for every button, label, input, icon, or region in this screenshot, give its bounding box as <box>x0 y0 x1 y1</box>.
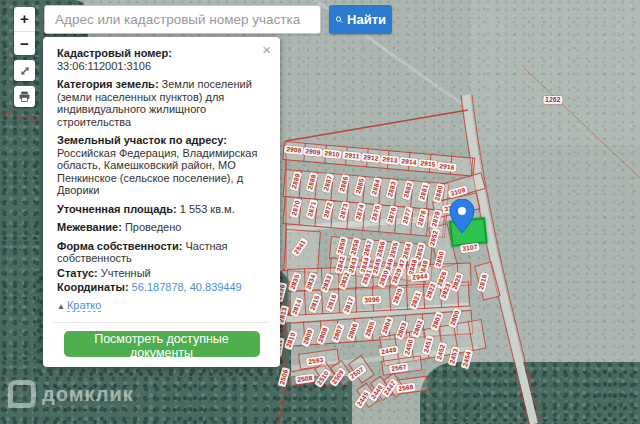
parcel-label[interactable]: 2820 <box>391 286 405 307</box>
parcel-label[interactable]: 1262 <box>543 96 562 104</box>
parcel-label[interactable]: 2914 <box>399 157 419 167</box>
parcel-label[interactable]: 2567 <box>389 363 409 374</box>
parcel-label[interactable]: 2801 <box>430 311 444 332</box>
parcel-label[interactable]: 2814 <box>290 297 304 318</box>
parcel-label[interactable]: 2874 <box>354 202 367 223</box>
parcel-label[interactable]: 2852 <box>428 228 441 249</box>
parcel-label[interactable]: 2872 <box>322 200 335 221</box>
parcel-label[interactable]: 2880 <box>433 183 446 204</box>
parcel-label[interactable]: 2450 <box>403 337 416 358</box>
parcel-label[interactable]: 2454 <box>461 349 474 370</box>
parcel-label[interactable]: 2821 <box>409 290 423 311</box>
collapse-link-label: Кратко <box>67 299 102 312</box>
search-icon <box>335 13 343 26</box>
parcel-label[interactable]: 2816 <box>325 292 339 313</box>
parcel-label[interactable]: 2510 <box>314 368 332 388</box>
parcel-label[interactable]: 2810 <box>284 330 298 351</box>
view-documents-button[interactable]: Посмотреть доступные документы <box>64 331 260 357</box>
parcel-label[interactable]: 2807 <box>331 323 345 344</box>
watermark-text: домклик <box>42 383 134 406</box>
parcel-label[interactable]: 2818 <box>477 272 490 293</box>
parcel-label[interactable]: 2449 <box>379 345 399 356</box>
parcel-label[interactable]: 2835 <box>288 272 302 293</box>
parcel-label[interactable]: 2804 <box>380 316 394 337</box>
parcel-label[interactable]: 3107 <box>460 243 480 254</box>
close-icon[interactable]: × <box>262 42 271 57</box>
parcel-label[interactable]: 2889 <box>290 171 303 192</box>
parcel-label[interactable]: 2883 <box>386 179 399 200</box>
parcel-label[interactable]: 2805 <box>363 319 377 340</box>
print-button[interactable] <box>14 86 35 107</box>
parcel-label[interactable]: 2593 <box>306 356 326 367</box>
parcel-label[interactable]: 2809 <box>301 327 315 348</box>
parcel-label[interactable]: 2916 <box>437 162 457 172</box>
parcel-label[interactable]: 2568 <box>396 383 416 394</box>
parcel-label[interactable]: 2884 <box>370 177 383 198</box>
zoom-in-button[interactable]: + <box>14 7 35 32</box>
fullscreen-button[interactable] <box>14 60 35 81</box>
parcel-label[interactable]: 2506 <box>278 367 291 388</box>
parcel-label[interactable]: 2452 <box>435 342 448 363</box>
parcel-label[interactable]: 2878 <box>416 208 429 229</box>
cadastral-map-app: 2908290929102911291229132914291529162889… <box>0 0 640 424</box>
parcel-label[interactable]: 2822 <box>424 281 438 302</box>
parcel-label[interactable]: 2885 <box>354 176 367 197</box>
parcel-label[interactable]: 2507 <box>347 364 367 382</box>
coordinates-link[interactable]: 56.187878, 40.839449 <box>129 281 242 293</box>
parcel-label[interactable]: 2815 <box>308 293 322 314</box>
parcel-label[interactable]: 2944 <box>410 272 430 282</box>
parcel-label[interactable]: 2882 <box>402 180 415 201</box>
zoom-control: + − <box>14 7 35 55</box>
panel-field: Категория земель: Земли поселений (земли… <box>57 78 266 128</box>
chevron-up-icon: ▲ <box>57 302 65 311</box>
expand-icon <box>19 65 31 77</box>
parcel-label[interactable]: 2825 <box>450 272 464 293</box>
parcel-label[interactable]: 2834 <box>304 272 318 293</box>
parcel-label[interactable]: 2451 <box>422 335 435 356</box>
parcel-label[interactable]: 2508 <box>295 374 315 385</box>
parcel-label[interactable]: 2887 <box>322 173 335 194</box>
parcel-label[interactable]: 2910 <box>322 149 342 159</box>
search-button[interactable]: Найти <box>329 5 392 34</box>
parcel-label[interactable]: 2806 <box>346 321 360 342</box>
collapse-link[interactable]: ▲Кратко <box>57 299 101 314</box>
domclick-logo-icon <box>8 380 36 408</box>
parcel-label[interactable]: 2509 <box>329 367 347 387</box>
parcel-label[interactable]: 2802 <box>411 318 425 339</box>
parcel-label[interactable]: 2453 <box>448 346 461 367</box>
parcel-label[interactable]: 2875 <box>370 203 383 224</box>
parcel-label[interactable]: 2850 <box>434 249 447 270</box>
parcel-info-panel: × Кадастровый номер: 33:06:112001:3106Ка… <box>43 37 280 367</box>
printer-icon <box>18 90 31 103</box>
search-input[interactable] <box>44 5 321 34</box>
parcel-label[interactable]: 2870 <box>290 198 303 219</box>
parcel-label[interactable]: 2881 <box>418 182 431 203</box>
parcel-label[interactable]: 2800 <box>448 308 462 329</box>
parcel-label[interactable]: 2841 <box>291 237 309 257</box>
parcel-label[interactable]: 2808 <box>316 325 330 346</box>
parcel-label[interactable]: 2912 <box>361 153 381 163</box>
parcel-label[interactable]: 2908 <box>284 145 304 155</box>
parcel-label[interactable]: 2911 <box>342 151 362 161</box>
parcel-label[interactable]: 2445 <box>354 389 372 409</box>
zoom-out-button[interactable]: − <box>14 32 35 56</box>
panel-field: Земельный участок по адресу: Российская … <box>57 134 266 197</box>
parcel-label[interactable]: 2886 <box>338 174 351 195</box>
parcel-label[interactable]: 2879 <box>430 209 443 230</box>
parcel-label[interactable]: 2871 <box>306 199 319 220</box>
parcel-label[interactable]: 2915 <box>418 159 438 169</box>
parcel-label[interactable]: 2833 <box>320 273 334 294</box>
location-pin-icon <box>449 199 475 233</box>
parcel-label[interactable]: 3096 <box>362 295 382 304</box>
search-button-label: Найти <box>347 12 386 27</box>
parcel-label[interactable]: 2859 <box>336 236 349 257</box>
parcel-label[interactable]: 2909 <box>303 147 323 157</box>
parcel-label[interactable]: 2877 <box>401 206 414 227</box>
parcel-label[interactable]: 3109 <box>448 185 469 198</box>
parcel-label[interactable]: 2888 <box>306 172 319 193</box>
parcel-label[interactable]: 2858 <box>349 237 362 258</box>
parcel-label[interactable]: 2913 <box>380 155 400 165</box>
parcel-label[interactable]: 2873 <box>338 201 351 222</box>
parcel-label[interactable]: 2817 <box>342 295 356 316</box>
parcel-label[interactable]: 2876 <box>386 205 399 226</box>
